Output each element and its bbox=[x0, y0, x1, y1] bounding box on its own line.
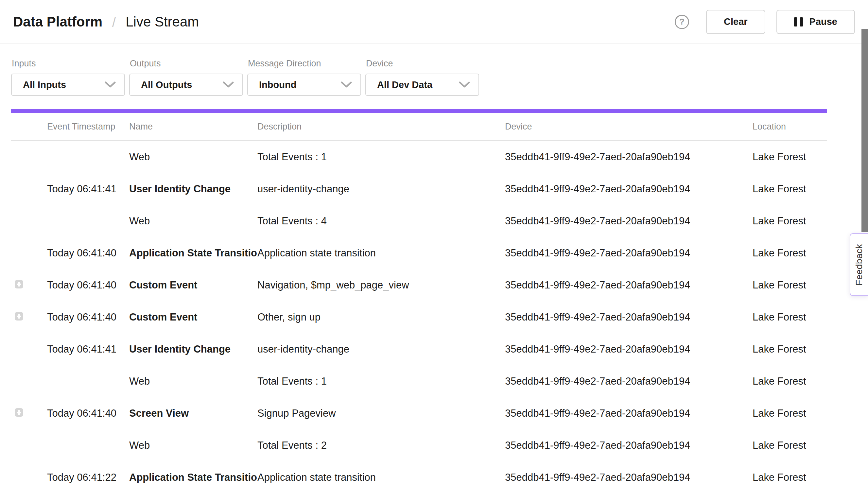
location-cell: Lake Forest bbox=[752, 269, 827, 301]
table-row[interactable]: WebTotal Events : 435eddb41-9ff9-49e2-7a… bbox=[11, 205, 827, 237]
column-header-event-timestamp: Event Timestamp bbox=[47, 113, 129, 141]
location-cell: Lake Forest bbox=[752, 141, 827, 173]
breadcrumb-section[interactable]: Data Platform bbox=[13, 14, 102, 30]
event-timestamp-cell: Today 06:41:22 bbox=[47, 461, 129, 486]
column-header-device: Device bbox=[505, 113, 752, 141]
expand-cell bbox=[11, 237, 47, 269]
table-header-row: Event TimestampNameDescriptionDeviceLoca… bbox=[11, 113, 827, 141]
device-id-cell: 35eddb41-9ff9-49e2-7aed-20afa90eb194 bbox=[505, 173, 752, 205]
pause-button-label: Pause bbox=[809, 17, 837, 27]
live-stream-table: Event TimestampNameDescriptionDeviceLoca… bbox=[11, 113, 827, 486]
table-row[interactable]: Today 06:41:40Screen ViewSignup Pageview… bbox=[11, 397, 827, 429]
device-id-cell: 35eddb41-9ff9-49e2-7aed-20afa90eb194 bbox=[505, 301, 752, 333]
table-row[interactable]: Today 06:41:40Custom EventNavigation, $m… bbox=[11, 269, 827, 301]
accent-bar bbox=[11, 109, 827, 113]
pause-button[interactable]: Pause bbox=[776, 10, 855, 34]
outputs-select[interactable]: All Outputs bbox=[129, 73, 243, 96]
event-timestamp-cell bbox=[47, 141, 129, 173]
table-row[interactable]: WebTotal Events : 235eddb41-9ff9-49e2-7a… bbox=[11, 429, 827, 461]
table-row[interactable]: Today 06:41:41User Identity Changeuser-i… bbox=[11, 333, 827, 365]
device-label: Device bbox=[366, 59, 479, 69]
filter-group-device: Device All Dev Data bbox=[365, 59, 479, 96]
event-name-cell: User Identity Change bbox=[129, 173, 257, 205]
top-header: Data Platform / Live Stream ? Clear Paus… bbox=[0, 0, 868, 44]
description-cell: Signup Pageview bbox=[257, 397, 505, 429]
location-cell: Lake Forest bbox=[752, 461, 827, 486]
expand-cell bbox=[11, 461, 47, 486]
expand-cell bbox=[11, 301, 47, 333]
filter-group-message-direction: Message Direction Inbound bbox=[247, 59, 361, 96]
clear-button[interactable]: Clear bbox=[706, 10, 765, 34]
expand-cell bbox=[11, 205, 47, 237]
description-cell: user-identity-change bbox=[257, 173, 505, 205]
event-timestamp-cell: Today 06:41:40 bbox=[47, 397, 129, 429]
expand-cell bbox=[11, 397, 47, 429]
device-id-cell: 35eddb41-9ff9-49e2-7aed-20afa90eb194 bbox=[505, 461, 752, 486]
event-timestamp-cell: Today 06:41:40 bbox=[47, 269, 129, 301]
event-timestamp-cell bbox=[47, 365, 129, 397]
message-direction-select[interactable]: Inbound bbox=[247, 73, 361, 96]
expand-plus-icon[interactable] bbox=[15, 408, 23, 417]
inputs-select[interactable]: All Inputs bbox=[11, 73, 125, 96]
expand-cell bbox=[11, 365, 47, 397]
filter-group-outputs: Outputs All Outputs bbox=[129, 59, 243, 96]
table-row[interactable]: Today 06:41:40Custom EventOther, sign up… bbox=[11, 301, 827, 333]
feedback-tab[interactable]: Feedback bbox=[850, 233, 868, 296]
event-timestamp-cell: Today 06:41:40 bbox=[47, 301, 129, 333]
page-title: Live Stream bbox=[126, 14, 199, 30]
location-cell: Lake Forest bbox=[752, 333, 827, 365]
header-actions: ? Clear Pause bbox=[675, 10, 855, 34]
expand-cell bbox=[11, 141, 47, 173]
event-name-cell: Web bbox=[129, 141, 257, 173]
device-id-cell: 35eddb41-9ff9-49e2-7aed-20afa90eb194 bbox=[505, 333, 752, 365]
location-cell: Lake Forest bbox=[752, 429, 827, 461]
device-id-cell: 35eddb41-9ff9-49e2-7aed-20afa90eb194 bbox=[505, 205, 752, 237]
description-cell: Application state transition bbox=[257, 461, 505, 486]
outputs-selected-value: All Outputs bbox=[141, 80, 192, 90]
table-row[interactable]: Today 06:41:41User Identity Changeuser-i… bbox=[11, 173, 827, 205]
table-row[interactable]: WebTotal Events : 135eddb41-9ff9-49e2-7a… bbox=[11, 365, 827, 397]
expand-plus-icon[interactable] bbox=[15, 280, 23, 288]
location-cell: Lake Forest bbox=[752, 205, 827, 237]
filter-group-inputs: Inputs All Inputs bbox=[11, 59, 125, 96]
description-cell: user-identity-change bbox=[257, 333, 505, 365]
table-row[interactable]: Today 06:41:22Application State Transiti… bbox=[11, 461, 827, 486]
device-id-cell: 35eddb41-9ff9-49e2-7aed-20afa90eb194 bbox=[505, 429, 752, 461]
description-cell: Navigation, $mp_web_page_view bbox=[257, 269, 505, 301]
expand-cell bbox=[11, 429, 47, 461]
event-name-cell: User Identity Change bbox=[129, 333, 257, 365]
chevron-down-icon bbox=[105, 81, 116, 88]
column-header-description: Description bbox=[257, 113, 505, 141]
table-row[interactable]: WebTotal Events : 135eddb41-9ff9-49e2-7a… bbox=[11, 141, 827, 173]
chevron-down-icon bbox=[223, 81, 234, 88]
location-cell: Lake Forest bbox=[752, 365, 827, 397]
table-row[interactable]: Today 06:41:40Application State Transiti… bbox=[11, 237, 827, 269]
expand-plus-icon[interactable] bbox=[15, 312, 23, 321]
help-icon[interactable]: ? bbox=[675, 15, 689, 29]
message-direction-label: Message Direction bbox=[248, 59, 361, 69]
description-cell: Other, sign up bbox=[257, 301, 505, 333]
description-cell: Total Events : 1 bbox=[257, 365, 505, 397]
outputs-label: Outputs bbox=[130, 59, 243, 69]
filter-bar: Inputs All Inputs Outputs All Outputs Me… bbox=[0, 44, 868, 96]
inputs-selected-value: All Inputs bbox=[23, 80, 66, 90]
pause-icon bbox=[794, 17, 803, 27]
event-timestamp-cell: Today 06:41:41 bbox=[47, 333, 129, 365]
event-name-cell: Application State Transition bbox=[129, 237, 257, 269]
device-select[interactable]: All Dev Data bbox=[365, 73, 479, 96]
event-name-cell: Web bbox=[129, 365, 257, 397]
description-cell: Total Events : 1 bbox=[257, 141, 505, 173]
device-id-cell: 35eddb41-9ff9-49e2-7aed-20afa90eb194 bbox=[505, 269, 752, 301]
description-cell: Application state transition bbox=[257, 237, 505, 269]
scrollbar-thumb[interactable] bbox=[862, 29, 868, 232]
location-cell: Lake Forest bbox=[752, 301, 827, 333]
description-cell: Total Events : 4 bbox=[257, 205, 505, 237]
device-id-cell: 35eddb41-9ff9-49e2-7aed-20afa90eb194 bbox=[505, 365, 752, 397]
event-name-cell: Application State Transition bbox=[129, 461, 257, 486]
device-selected-value: All Dev Data bbox=[377, 80, 432, 90]
event-name-cell: Screen View bbox=[129, 397, 257, 429]
event-timestamp-cell bbox=[47, 429, 129, 461]
device-id-cell: 35eddb41-9ff9-49e2-7aed-20afa90eb194 bbox=[505, 397, 752, 429]
location-cell: Lake Forest bbox=[752, 173, 827, 205]
description-cell: Total Events : 2 bbox=[257, 429, 505, 461]
